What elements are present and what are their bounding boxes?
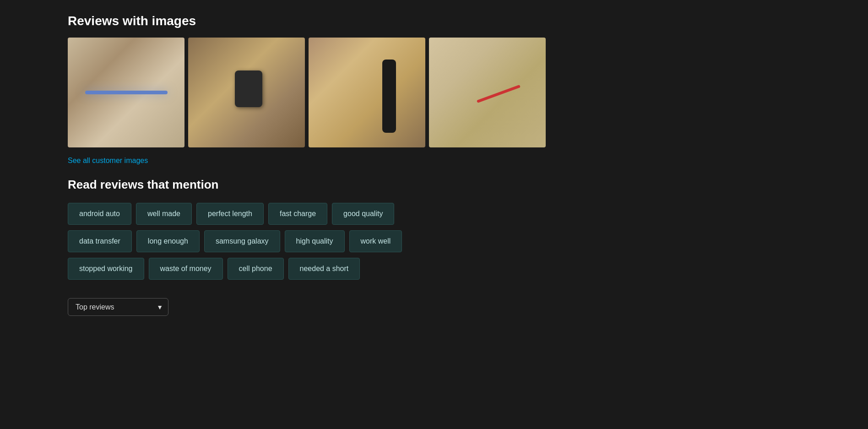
tag-data-transfer[interactable]: data transfer: [68, 230, 132, 252]
tag-stopped-working[interactable]: stopped working: [68, 258, 144, 280]
review-image-1[interactable]: [68, 38, 184, 147]
see-all-customer-images-link[interactable]: See all customer images: [68, 157, 148, 165]
dropdown-container: Top reviews Most recent Top critical ▼: [68, 298, 800, 316]
images-grid: [68, 38, 800, 147]
read-reviews-mention-title: Read reviews that mention: [68, 178, 800, 192]
dropdown-wrapper: Top reviews Most recent Top critical ▼: [68, 298, 168, 316]
tag-samsung-galaxy[interactable]: samsung galaxy: [204, 230, 280, 252]
top-reviews-dropdown[interactable]: Top reviews Most recent Top critical: [68, 298, 168, 316]
tags-container: android auto well made perfect length fa…: [68, 203, 800, 280]
tag-cell-phone[interactable]: cell phone: [228, 258, 284, 280]
tag-long-enough[interactable]: long enough: [136, 230, 200, 252]
tags-row-2: data transfer long enough samsung galaxy…: [68, 230, 800, 252]
review-image-2[interactable]: [188, 38, 305, 147]
tags-row-3: stopped working waste of money cell phon…: [68, 258, 800, 280]
tag-well-made[interactable]: well made: [136, 203, 192, 225]
reviews-with-images-title: Reviews with images: [68, 14, 800, 28]
tag-high-quality[interactable]: high quality: [285, 230, 345, 252]
tag-waste-of-money[interactable]: waste of money: [149, 258, 223, 280]
review-image-3[interactable]: [309, 38, 425, 147]
tags-row-1: android auto well made perfect length fa…: [68, 203, 800, 225]
page-container: Reviews with images See all customer ima…: [0, 0, 868, 330]
tag-perfect-length[interactable]: perfect length: [196, 203, 264, 225]
tag-work-well[interactable]: work well: [349, 230, 402, 252]
tag-fast-charge[interactable]: fast charge: [268, 203, 327, 225]
tag-needed-a-short[interactable]: needed a short: [288, 258, 360, 280]
review-image-4[interactable]: [429, 38, 546, 147]
tag-good-quality[interactable]: good quality: [332, 203, 394, 225]
tag-android-auto[interactable]: android auto: [68, 203, 131, 225]
